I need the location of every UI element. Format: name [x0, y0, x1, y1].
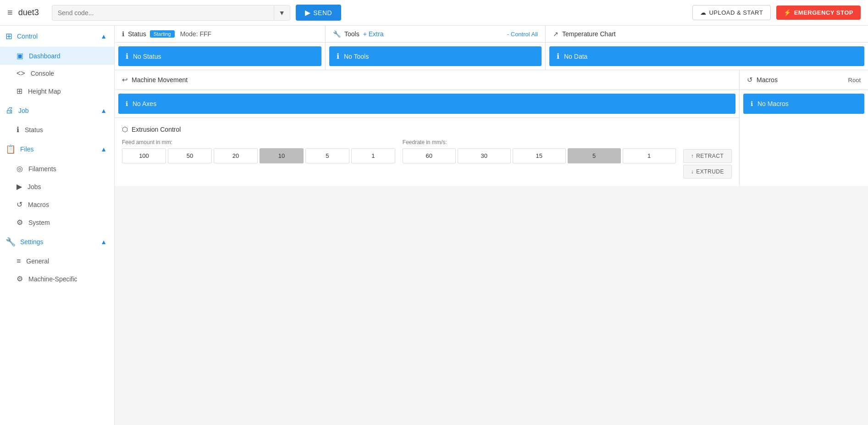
sidebar-item-jobs[interactable]: ▶ Jobs [0, 178, 114, 196]
topbar: ≡ duet3 ▼ ▶ SEND ☁ UPLOAD & START ⚡ EMER… [0, 0, 868, 26]
sidebar-item-status[interactable]: ℹ Status [0, 121, 114, 139]
sidebar-item-macros[interactable]: ↺ Macros [0, 196, 114, 213]
send-button[interactable]: ▶ SEND [296, 5, 341, 21]
status-icon: ℹ [17, 125, 19, 134]
extrusion-title: ⬡ Extrusion Control [122, 125, 732, 134]
menu-icon[interactable]: ≡ [7, 7, 13, 18]
feedrate-btn-30[interactable]: 30 [458, 148, 511, 163]
machine-movement-header: ↩ Machine Movement [115, 70, 739, 90]
sidebar-section-files[interactable]: 📋 Files ▲ [0, 139, 114, 160]
general-label: General [26, 257, 49, 265]
sidebar-item-filaments[interactable]: ◎ Filaments [0, 160, 114, 178]
no-status-text: No Status [133, 53, 161, 60]
sidebar-section-control[interactable]: ⊞ Control ▲ [0, 26, 114, 47]
sidebar-item-system[interactable]: ⚙ System [0, 213, 114, 231]
sidebar-item-height-map[interactable]: ⊞ Height Map [0, 82, 114, 100]
extrude-button[interactable]: ↓ EXTRUDE [683, 165, 732, 179]
system-label: System [28, 219, 50, 226]
tools-panel: 🔧 Tools + Extra - Control All ℹ No Tools [326, 26, 546, 70]
info-icon-tools: ℹ [337, 52, 339, 61]
tools-panel-title: Tools [344, 30, 359, 38]
upload-start-button[interactable]: ☁ UPLOAD & START [692, 5, 771, 20]
dashboard-icon: ▣ [17, 51, 23, 60]
filaments-label: Filaments [28, 165, 56, 173]
feed-btn-1[interactable]: 1 [351, 148, 395, 163]
machine-specific-label: Machine-Specific [28, 275, 77, 283]
retract-arrow-icon: ↑ [691, 153, 694, 159]
send-icon: ▶ [305, 8, 311, 17]
info-icon-temperature: ℹ [557, 52, 559, 61]
feedrate-btn-60[interactable]: 60 [403, 148, 456, 163]
files-chevron-icon: ▲ [100, 145, 107, 153]
emergency-label: EMERGENCY STOP [794, 9, 853, 16]
feed-btn-100[interactable]: 100 [122, 148, 166, 163]
status-header-icon: ℹ [122, 30, 124, 38]
macros-icon: ↺ [17, 200, 22, 209]
machine-movement-title: Machine Movement [132, 76, 188, 84]
feedrate-label: Feedrate in mm/s: [403, 139, 676, 145]
no-macros-text: No Macros [757, 100, 789, 107]
send-code-dropdown[interactable]: ▼ [274, 6, 290, 20]
control-all-link[interactable]: - Control All [507, 31, 538, 38]
retract-button[interactable]: ↑ RETRACT [683, 149, 732, 163]
no-axes-bar: ℹ No Axes [118, 94, 735, 114]
machine-specific-icon: ⚙ [17, 274, 23, 283]
info-icon-status: ℹ [126, 52, 128, 61]
macros-root-label: Root [848, 77, 861, 84]
sidebar: ⊞ Control ▲ ▣ Dashboard <> Console ⊞ Hei… [0, 26, 115, 425]
extrusion-icon: ⬡ [122, 125, 128, 134]
feed-btn-50[interactable]: 50 [168, 148, 212, 163]
middle-row: ↩ Machine Movement ℹ No Axes ⬡ Extrusion… [115, 70, 868, 186]
send-label: SEND [313, 9, 332, 17]
control-icon: ⊞ [6, 31, 12, 41]
extrude-arrow-icon: ↓ [691, 168, 694, 175]
sidebar-item-dashboard[interactable]: ▣ Dashboard [0, 47, 114, 65]
settings-chevron-icon: ▲ [100, 238, 107, 246]
middle-main: ↩ Machine Movement ℹ No Axes ⬡ Extrusion… [115, 70, 740, 186]
feedrate-btn-1[interactable]: 1 [623, 148, 676, 163]
send-code-input[interactable] [52, 6, 274, 20]
extrude-label: EXTRUDE [696, 168, 724, 175]
retract-label: RETRACT [696, 153, 724, 159]
main-layout: ⊞ Control ▲ ▣ Dashboard <> Console ⊞ Hei… [0, 26, 868, 425]
temperature-no-data-bar: ℹ No Data [549, 46, 864, 66]
feedrate-btn-15[interactable]: 15 [513, 148, 566, 163]
feed-amount-label: Feed amount in mm: [122, 139, 395, 145]
machine-movement-icon: ↩ [122, 76, 128, 84]
feed-row: Feed amount in mm: 100 50 20 10 5 1 [122, 139, 732, 179]
feed-btn-20[interactable]: 20 [214, 148, 258, 163]
macros-sidebar: ↺ Macros Root ℹ No Macros [740, 70, 868, 186]
status-label: Status [25, 126, 43, 134]
feedrate-btn-5[interactable]: 5 [568, 148, 621, 163]
files-section-label: Files [20, 145, 34, 153]
content-area: ℹ Status Starting Mode: FFF ℹ No Status … [115, 26, 868, 425]
temperature-chart-icon: ↗ [553, 30, 558, 38]
filaments-icon: ◎ [17, 164, 23, 173]
emergency-stop-button[interactable]: ⚡ EMERGENCY STOP [776, 6, 861, 20]
feed-amount-buttons: 100 50 20 10 5 1 [122, 148, 395, 163]
feedrate-group: Feedrate in mm/s: 60 30 15 5 1 [403, 139, 676, 163]
extrusion-action-buttons: ↑ RETRACT ↓ EXTRUDE [683, 149, 732, 179]
sidebar-section-job[interactable]: 🖨 Job ▲ [0, 100, 114, 121]
job-section-label: Job [18, 107, 29, 114]
files-icon: 📋 [6, 144, 16, 154]
feed-btn-5[interactable]: 5 [305, 148, 349, 163]
extrusion-section: ⬡ Extrusion Control Feed amount in mm: 1… [115, 117, 739, 186]
tools-wrench-icon: 🔧 [333, 30, 341, 38]
control-section-label: Control [17, 33, 38, 40]
feed-btn-10[interactable]: 10 [260, 148, 304, 163]
sidebar-item-general[interactable]: ≡ General [0, 252, 114, 270]
status-panel: ℹ Status Starting Mode: FFF ℹ No Status [115, 26, 326, 70]
sidebar-section-settings[interactable]: 🔧 Settings ▲ [0, 231, 114, 252]
status-panel-title: Status [128, 30, 146, 38]
macros-header-title: Macros [757, 76, 778, 84]
extra-link[interactable]: + Extra [363, 30, 384, 38]
feedrate-buttons: 60 30 15 5 1 [403, 148, 676, 163]
sidebar-item-machine-specific[interactable]: ⚙ Machine-Specific [0, 270, 114, 288]
macros-label: Macros [28, 201, 49, 208]
macros-header-icon: ↺ [747, 76, 753, 84]
upload-label: UPLOAD & START [709, 9, 763, 16]
status-mode: Mode: FFF [180, 30, 211, 38]
sidebar-item-console[interactable]: <> Console [0, 65, 114, 82]
settings-icon: 🔧 [6, 237, 16, 247]
